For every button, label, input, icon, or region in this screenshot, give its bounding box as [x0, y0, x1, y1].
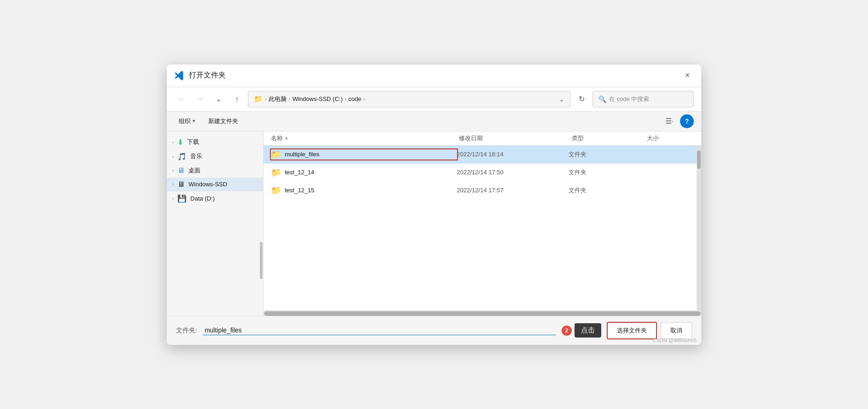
up-button[interactable]: ↑	[229, 92, 244, 107]
music-icon: 🎵	[177, 152, 187, 161]
chevron-icon: ›	[172, 182, 174, 187]
sidebar-item-downloads[interactable]: › ⬇ 下载	[167, 135, 263, 149]
file-list-scroll: 📁 multiple_files 2022/12/14 18:14 文件夹 1 …	[264, 146, 697, 310]
file-area-scrollbar-thumb	[697, 150, 701, 169]
file-name-test-12-14: test_12_14	[285, 169, 314, 176]
sidebar: › ⬇ 下载 › 🎵 音乐 › 🖥 桌面 ›	[167, 131, 264, 316]
bottom-buttons: 选择文件夹 取消	[607, 322, 692, 339]
col-header-type: 类型	[572, 134, 647, 142]
folder-input[interactable]	[203, 326, 556, 335]
file-name-cell: 📁 test_12_15	[271, 185, 457, 196]
file-name-multiple-files: multiple_files	[285, 151, 319, 158]
file-name-cell: 📁 multiple_files	[271, 149, 457, 160]
select-folder-button[interactable]: 选择文件夹	[607, 322, 657, 339]
sidebar-list: › ⬇ 下载 › 🎵 音乐 › 🖥 桌面 ›	[167, 131, 263, 209]
file-list-header: 名称 ∧ 修改日期 类型 大小	[264, 131, 701, 146]
file-date-test-12-14: 2022/12/14 17:50	[457, 169, 569, 176]
folder-icon: 📁	[271, 149, 281, 160]
file-area: 名称 ∧ 修改日期 类型 大小 📁 multiple_files 202	[264, 131, 701, 316]
col-header-size: 大小	[647, 134, 694, 142]
main-content: › ⬇ 下载 › 🎵 音乐 › 🖥 桌面 ›	[167, 131, 701, 316]
new-folder-label: 新建文件夹	[208, 117, 238, 125]
breadcrumb-item-0[interactable]: 此电脑	[269, 95, 287, 103]
file-name-cell: 📁 test_12_14	[271, 167, 457, 178]
windows-ssd-icon: 🖥	[177, 180, 185, 189]
folder-icon: 📁	[271, 167, 281, 178]
dropdown-button[interactable]: ⌄	[211, 92, 226, 107]
breadcrumb-sep-1: ›	[288, 95, 290, 102]
sidebar-label-windows-ssd: Windows-SSD	[188, 181, 227, 188]
file-row-multiple-files[interactable]: 📁 multiple_files 2022/12/14 18:14 文件夹 1 …	[264, 146, 697, 164]
horizontal-scrollbar[interactable]	[264, 310, 701, 316]
sidebar-label-downloads: 下载	[187, 138, 199, 146]
refresh-button[interactable]: ↻	[574, 92, 589, 107]
sidebar-item-desktop[interactable]: › 🖥 桌面	[167, 164, 263, 178]
navbar: ← → ⌄ ↑ 📁 › 此电脑 › Windows-SSD (C:) › cod…	[167, 87, 701, 112]
sidebar-item-music[interactable]: › 🎵 音乐	[167, 149, 263, 164]
chevron-icon: ›	[172, 196, 174, 201]
sidebar-item-windows-ssd[interactable]: › 🖥 Windows-SSD	[167, 178, 263, 191]
sidebar-label-music: 音乐	[190, 152, 202, 160]
view-dot: ·	[672, 117, 674, 125]
search-icon: 🔍	[598, 95, 606, 103]
dialog-title: 打开文件夹	[189, 71, 676, 80]
sidebar-item-data-d[interactable]: › 💾 Data (D:)	[167, 191, 263, 206]
col-header-date: 修改日期	[459, 134, 572, 142]
breadcrumb-sep-3: ›	[363, 95, 365, 102]
file-row-test-12-14[interactable]: 📁 test_12_14 2022/12/14 17:50 文件夹	[264, 164, 697, 182]
col-header-name: 名称 ∧	[271, 134, 459, 142]
sidebar-label-data-d: Data (D:)	[190, 195, 215, 202]
forward-button[interactable]: →	[193, 92, 207, 107]
watermark: CSDN @Wtfstorm5	[652, 338, 697, 343]
file-type-test-12-15: 文件夹	[569, 186, 643, 195]
step2-badge: 2	[562, 326, 572, 336]
sidebar-scrollbar[interactable]	[259, 131, 263, 316]
file-date-multiple-files: 2022/12/14 18:14	[457, 151, 569, 158]
search-bar[interactable]: 🔍 在 code 中搜索	[592, 91, 694, 107]
organize-dropdown-icon: ▾	[193, 118, 195, 124]
breadcrumb-dropdown-button[interactable]: ⌄	[559, 95, 564, 103]
step2-tooltip: 点击	[575, 323, 601, 338]
organize-button[interactable]: 组织 ▾	[174, 115, 200, 127]
bottom-bar: 文件夹: 2 点击 选择文件夹 取消 CSDN @Wtfstorm5	[167, 316, 701, 345]
search-placeholder: 在 code 中搜索	[609, 95, 649, 103]
breadcrumb-item-1[interactable]: Windows-SSD (C:)	[293, 95, 343, 102]
back-button[interactable]: ←	[174, 92, 189, 107]
sort-arrow-icon: ∧	[285, 136, 288, 141]
breadcrumb-folder-icon: 📁	[254, 95, 263, 103]
view-options-button[interactable]: ☰ ·	[663, 114, 676, 128]
help-label: ?	[685, 118, 689, 125]
breadcrumb-sep-0: ›	[265, 95, 267, 102]
file-area-scrollbar[interactable]	[697, 146, 701, 310]
dialog-window: 打开文件夹 × ← → ⌄ ↑ 📁 › 此电脑 › Windows-SSD (C…	[167, 65, 701, 345]
breadcrumb-bar: 📁 › 此电脑 › Windows-SSD (C:) › code › ⌄	[248, 91, 570, 107]
close-button[interactable]: ×	[681, 69, 694, 82]
new-folder-button[interactable]: 新建文件夹	[204, 115, 243, 127]
folder-icon: 📁	[271, 185, 281, 196]
horizontal-scrollbar-thumb	[264, 311, 701, 316]
view-icon: ☰	[665, 117, 672, 125]
downloads-icon: ⬇	[177, 138, 183, 147]
bottom-annotation: 2 点击	[562, 323, 601, 338]
vscode-logo-icon	[174, 71, 184, 81]
titlebar: 打开文件夹 ×	[167, 65, 701, 87]
data-d-icon: 💾	[177, 194, 187, 203]
file-area-wrapper: 📁 multiple_files 2022/12/14 18:14 文件夹 1 …	[264, 146, 701, 310]
file-date-test-12-15: 2022/12/14 17:57	[457, 187, 569, 194]
file-type-multiple-files: 文件夹	[569, 150, 643, 159]
file-type-test-12-14: 文件夹	[569, 168, 643, 177]
chevron-icon: ›	[172, 154, 174, 159]
folder-label: 文件夹:	[176, 326, 197, 335]
chevron-icon: ›	[172, 168, 174, 173]
file-row-test-12-15[interactable]: 📁 test_12_15 2022/12/14 17:57 文件夹	[264, 182, 697, 200]
cancel-button[interactable]: 取消	[661, 322, 692, 339]
breadcrumb-sep-2: ›	[345, 95, 346, 102]
toolbar: 组织 ▾ 新建文件夹 ☰ · ?	[167, 112, 701, 131]
breadcrumb-item-2[interactable]: code	[348, 95, 361, 102]
file-name-test-12-15: test_12_15	[285, 187, 314, 194]
chevron-icon: ›	[172, 140, 174, 145]
sidebar-label-desktop: 桌面	[188, 166, 200, 175]
organize-label: 组织	[179, 117, 191, 125]
help-button[interactable]: ?	[680, 114, 694, 128]
desktop-icon: 🖥	[177, 166, 185, 175]
